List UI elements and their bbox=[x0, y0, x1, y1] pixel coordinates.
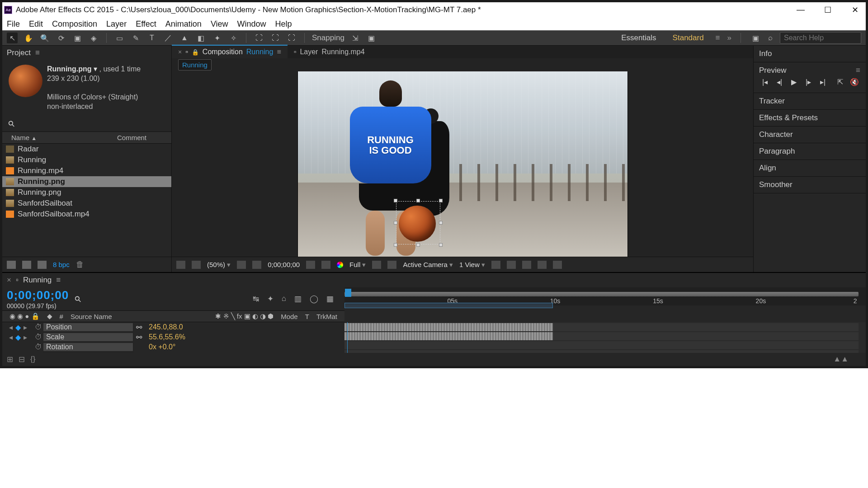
mode-column[interactable]: Mode bbox=[277, 313, 302, 320]
flowchart-icon[interactable] bbox=[538, 261, 547, 269]
panel-smoother[interactable]: Smoother bbox=[754, 177, 866, 193]
panel-menu-icon[interactable]: ≡ bbox=[277, 48, 281, 56]
panel-tracker[interactable]: Tracker bbox=[754, 93, 866, 110]
magnification-icon[interactable] bbox=[176, 261, 185, 269]
menu-file[interactable]: File bbox=[7, 19, 20, 29]
color-management-icon[interactable] bbox=[337, 262, 343, 268]
basketball-layer[interactable] bbox=[399, 206, 436, 242]
source-name-column[interactable]: Source Name bbox=[67, 313, 212, 320]
resize-handle[interactable] bbox=[416, 243, 420, 247]
timecode-display[interactable]: 0;00;00;00 bbox=[268, 261, 300, 268]
zoom-slider-icon[interactable]: ▲▲ bbox=[833, 355, 861, 364]
timeline-icon[interactable] bbox=[522, 261, 531, 269]
toggle-in-out-icon[interactable]: {} bbox=[30, 355, 35, 364]
play-icon[interactable]: ▶ bbox=[789, 78, 799, 86]
snap-edge-icon[interactable]: ⇲ bbox=[350, 33, 361, 43]
resize-handle[interactable] bbox=[394, 221, 397, 225]
project-item[interactable]: SanfordSailboat bbox=[2, 198, 171, 209]
shape-tool-icon[interactable]: ▭ bbox=[114, 33, 125, 43]
next-frame-icon[interactable]: |▸ bbox=[803, 78, 813, 86]
menu-window[interactable]: Window bbox=[237, 19, 266, 29]
trkmat-column[interactable]: TrkMat bbox=[313, 313, 341, 320]
number-column[interactable]: # bbox=[56, 313, 67, 320]
add-keyframe-icon[interactable]: ◆ bbox=[15, 323, 21, 332]
eraser-tool-icon[interactable]: ◧ bbox=[195, 33, 206, 43]
resize-handle[interactable] bbox=[394, 199, 397, 202]
time-navigator[interactable] bbox=[344, 292, 859, 296]
snapshot-icon[interactable] bbox=[306, 261, 315, 269]
project-item[interactable]: Running.mp4 bbox=[2, 165, 171, 176]
transform-property-row[interactable]: ⏱Rotation0x +0.0° bbox=[2, 342, 344, 352]
panel-menu-icon[interactable]: ≡ bbox=[35, 48, 40, 57]
project-item[interactable]: Running bbox=[2, 155, 171, 165]
label-column-icon[interactable]: ◆ bbox=[43, 312, 56, 320]
type-tool-icon[interactable]: T bbox=[146, 33, 157, 43]
maximize-button[interactable]: ☐ bbox=[822, 5, 833, 15]
pan-behind-tool-icon[interactable]: ◈ bbox=[88, 33, 99, 43]
draft3d-icon[interactable]: ✦ bbox=[267, 294, 274, 304]
search-help-input[interactable] bbox=[780, 32, 861, 44]
snapping-toggle[interactable]: Snapping bbox=[312, 33, 344, 42]
menu-layer[interactable]: Layer bbox=[106, 19, 127, 29]
mute-icon[interactable]: 🔇 bbox=[849, 78, 859, 86]
bpc-indicator[interactable]: 8 bpc bbox=[53, 261, 70, 268]
stopwatch-icon[interactable]: ⏱ bbox=[34, 323, 43, 331]
column-name[interactable]: Name ▲ bbox=[7, 134, 117, 141]
new-folder-icon[interactable] bbox=[22, 261, 31, 269]
roto-tool-icon[interactable]: ✦ bbox=[212, 33, 222, 43]
column-comment[interactable]: Comment bbox=[117, 134, 167, 141]
comp-mini-flowchart-icon[interactable]: ↹ bbox=[253, 294, 259, 304]
composition-canvas[interactable]: RUNNING IS GOOD bbox=[298, 71, 627, 257]
new-comp-icon[interactable] bbox=[38, 261, 47, 269]
keyframe-track-position[interactable] bbox=[344, 323, 553, 331]
tab-composition[interactable]: × ▫ 🔒 Composition Running ≡ bbox=[172, 45, 288, 58]
panel-menu-icon[interactable]: ≡ bbox=[56, 276, 61, 285]
mask-icon[interactable] bbox=[237, 261, 246, 269]
panel-menu-icon[interactable]: ≡ bbox=[856, 66, 860, 75]
fast-preview-icon[interactable] bbox=[507, 261, 516, 269]
puppet-tool-icon[interactable]: ✧ bbox=[228, 33, 239, 43]
pixel-aspect-icon[interactable] bbox=[491, 261, 500, 269]
brush-tool-icon[interactable]: ／ bbox=[163, 33, 174, 43]
menu-view[interactable]: View bbox=[211, 19, 228, 29]
axis-view-icon[interactable]: ⛶ bbox=[286, 33, 297, 43]
toggle-modes-icon[interactable]: ⊟ bbox=[19, 355, 25, 364]
workspace-overflow-icon[interactable]: » bbox=[727, 33, 731, 42]
toggle-switches-icon[interactable]: ⊞ bbox=[7, 355, 13, 364]
transform-property-row[interactable]: ◂◆▸⏱Position⚯245.0,88.0 bbox=[2, 322, 344, 332]
project-item[interactable]: Running.png bbox=[2, 176, 171, 187]
next-keyframe-icon[interactable]: ▸ bbox=[24, 323, 27, 332]
menu-composition[interactable]: Composition bbox=[52, 19, 97, 29]
timeline-tracks[interactable] bbox=[344, 322, 866, 353]
keyframe-track-scale[interactable] bbox=[344, 332, 553, 340]
close-icon[interactable]: × bbox=[178, 48, 182, 56]
workspace-standard[interactable]: Standard bbox=[668, 32, 708, 44]
breadcrumb-comp[interactable]: Running bbox=[178, 59, 212, 70]
rotation-tool-icon[interactable]: ⟳ bbox=[56, 33, 66, 43]
loop-icon[interactable]: ⇱ bbox=[835, 78, 845, 86]
menu-edit[interactable]: Edit bbox=[29, 19, 43, 29]
exposure-icon[interactable] bbox=[553, 261, 562, 269]
stopwatch-icon[interactable]: ⏱ bbox=[34, 333, 43, 341]
pen-tool-icon[interactable]: ✎ bbox=[130, 33, 141, 43]
project-item[interactable]: SanfordSailboat.mp4 bbox=[2, 209, 171, 220]
link-icon[interactable]: ⚯ bbox=[133, 333, 144, 342]
search-icon[interactable]: ⌕ bbox=[768, 33, 773, 42]
work-area[interactable] bbox=[344, 303, 553, 308]
grid-icon[interactable] bbox=[192, 261, 201, 269]
sync-icon[interactable]: ▣ bbox=[750, 33, 761, 43]
transform-property-row[interactable]: ◂◆▸⏱Scale⚯55.6,55.6% bbox=[2, 332, 344, 342]
current-timecode[interactable]: 0;00;00;00 bbox=[7, 288, 69, 302]
zoom-dropdown[interactable]: (50%) bbox=[207, 261, 231, 269]
channel-icon[interactable] bbox=[321, 261, 330, 269]
frame-blend-icon[interactable]: ▥ bbox=[294, 294, 302, 304]
workspace-menu-icon[interactable]: ≡ bbox=[716, 33, 720, 42]
workspace-essentials[interactable]: Essentials bbox=[617, 32, 660, 44]
playhead[interactable] bbox=[345, 289, 351, 297]
menu-help[interactable]: Help bbox=[275, 19, 292, 29]
cti-line[interactable] bbox=[347, 322, 348, 353]
t-column[interactable]: T bbox=[302, 313, 313, 320]
resolution-dropdown[interactable]: Full bbox=[349, 261, 366, 269]
av-column-icon[interactable]: ◉ ◉ ● 🔒 bbox=[6, 312, 43, 320]
prev-keyframe-icon[interactable]: ◂ bbox=[9, 323, 13, 332]
